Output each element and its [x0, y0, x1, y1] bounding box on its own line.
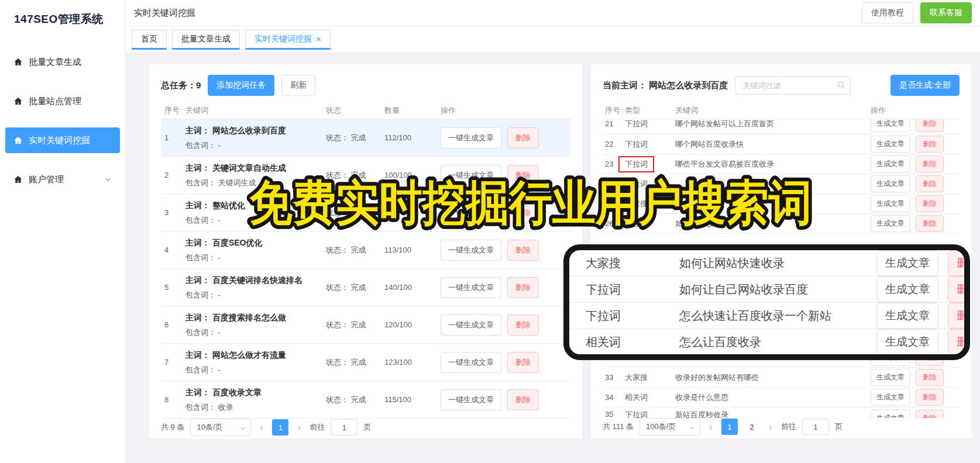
generate-filter-button[interactable]: 是否生成:全部: [890, 75, 960, 96]
chevron-down-icon: [689, 425, 695, 431]
keyword-type: 下拉词: [625, 156, 675, 172]
page-button-1[interactable]: 1: [272, 419, 288, 436]
row-quantity: 100/100: [384, 171, 441, 179]
next-page-button[interactable]: ›: [766, 421, 775, 433]
keyword-text: 如何让网站快速收录: [679, 255, 876, 271]
delete-button[interactable]: 删除: [916, 389, 944, 406]
row-index: 25: [603, 199, 625, 208]
generate-article-button[interactable]: 生成文章: [871, 369, 910, 386]
keyword-row: 25大家搜生成文章删除: [603, 194, 960, 214]
delete-button[interactable]: 删除: [916, 136, 944, 153]
generate-article-button[interactable]: 一键生成文章: [441, 165, 501, 186]
generate-article-button[interactable]: 生成文章: [871, 136, 910, 153]
tutorial-button[interactable]: 使用教程: [862, 2, 913, 23]
keyword-type: 相关词: [586, 334, 679, 350]
delete-button[interactable]: 删除: [507, 202, 539, 223]
refresh-button[interactable]: 刷新: [281, 75, 315, 96]
delete-button[interactable]: 删除: [507, 389, 539, 410]
next-page-button[interactable]: ›: [294, 421, 304, 434]
generate-article-button[interactable]: 一键生成文章: [441, 127, 501, 148]
row-status: 状态： 完成: [326, 320, 384, 330]
tab-batch-article[interactable]: 批量文章生成: [172, 30, 240, 50]
goto-page-input[interactable]: [802, 419, 829, 435]
delete-button[interactable]: 删除: [507, 277, 539, 298]
tab-realtime-keyword[interactable]: 实时关键词挖掘 ×: [245, 30, 331, 50]
generate-article-button[interactable]: 生成文章: [871, 389, 910, 406]
keyword-text: 哪些平台发文容易被百度收录: [675, 159, 871, 170]
delete-button[interactable]: 删除: [948, 250, 970, 276]
sidebar-item-batch-site[interactable]: 批量站点管理: [5, 88, 120, 114]
row-index: 33: [603, 373, 625, 382]
task-row[interactable]: 6主词： 百度搜索排名怎么做包含词： -状态： 完成120/100一键生成文章删…: [161, 306, 570, 344]
goto-page-input[interactable]: [331, 419, 357, 436]
delete-button[interactable]: 删除: [507, 127, 539, 148]
page-size-select[interactable]: 100条/页: [639, 418, 700, 436]
generate-article-button[interactable]: 生成文章: [871, 175, 910, 192]
delete-button[interactable]: 删除: [948, 329, 970, 355]
prev-page-button[interactable]: ‹: [257, 421, 266, 434]
generate-article-button[interactable]: 生成文章: [876, 303, 938, 329]
total-count: 共 9 条: [161, 422, 184, 433]
sidebar-item-account[interactable]: 账户管理: [5, 167, 120, 192]
delete-button[interactable]: 删除: [507, 240, 539, 261]
page-size-select[interactable]: 10条/页: [190, 419, 251, 436]
task-row[interactable]: 3主词： 整站优化包含词： -状态： 完成一键生成文章删除: [161, 194, 570, 231]
generate-article-button[interactable]: 生成文章: [876, 250, 938, 276]
page-button-2[interactable]: 2: [744, 419, 760, 435]
delete-button[interactable]: 删除: [916, 119, 944, 132]
tab-home[interactable]: 首页: [132, 30, 167, 50]
task-row[interactable]: 5主词： 百度关键词排名快速排名包含词： -状态： 完成140/100一键生成文…: [161, 269, 570, 306]
goto-label: 前往: [781, 421, 796, 432]
delete-button[interactable]: 删除: [916, 369, 944, 386]
page-button-1[interactable]: 1: [721, 419, 738, 435]
generate-article-button[interactable]: 生成文章: [871, 119, 910, 132]
task-row[interactable]: 7主词： 网站怎么做才有流量包含词： -状态： 完成123/100一键生成文章删…: [161, 344, 570, 381]
keyword-type: 相关词: [625, 392, 675, 403]
delete-button[interactable]: 删除: [916, 215, 944, 232]
sidebar-item-realtime-keyword[interactable]: 实时关键词挖掘: [5, 127, 120, 153]
delete-button[interactable]: 删除: [948, 277, 970, 302]
generate-article-button[interactable]: 一键生成文章: [441, 315, 501, 336]
tab-close-icon[interactable]: ×: [316, 34, 321, 43]
prev-page-button[interactable]: ‹: [706, 421, 716, 433]
task-row[interactable]: 2主词： 关键词文章自动生成包含词： 关键词生成状态： 完成100/100一键生…: [161, 157, 570, 194]
main-keyword: 主词： 关键词文章自动生成: [185, 162, 326, 174]
generate-article-button[interactable]: 生成文章: [876, 329, 938, 355]
keyword-filter: [735, 76, 851, 95]
generate-article-button[interactable]: 生成文章: [871, 410, 910, 418]
task-row[interactable]: 8主词： 百度收录文章包含词： 收录状态： 完成115/100一键生成文章删除: [161, 381, 570, 419]
generate-article-button[interactable]: 生成文章: [876, 277, 938, 302]
task-row[interactable]: 4主词： 百度SEO优化包含词： -状态： 完成113/100一键生成文章删除: [161, 231, 570, 269]
generate-article-button[interactable]: 一键生成文章: [441, 389, 501, 410]
contact-support-button[interactable]: 联系客服: [920, 2, 972, 23]
delete-button[interactable]: 删除: [916, 175, 944, 192]
generate-article-button[interactable]: 一键生成文章: [441, 202, 501, 223]
add-task-button[interactable]: 添加挖词任务: [208, 75, 274, 96]
delete-button[interactable]: 删除: [948, 303, 970, 329]
delete-button[interactable]: 删除: [916, 156, 944, 172]
task-row[interactable]: 1主词： 网站怎么收录到百度包含词： -状态： 完成112/100一键生成文章删…: [161, 119, 570, 157]
sidebar-item-batch-article[interactable]: 批量文章生成: [5, 49, 120, 75]
tab-label: 批量文章生成: [181, 34, 231, 44]
page-size-value: 100条/页: [646, 421, 676, 432]
generate-article-button[interactable]: 生成文章: [871, 215, 910, 232]
main-keyword: 主词： 百度SEO优化: [185, 237, 326, 248]
row-index: 3: [161, 208, 185, 217]
generate-article-button[interactable]: 生成文章: [871, 156, 910, 172]
delete-button[interactable]: 删除: [916, 410, 944, 418]
row-index: 34: [603, 393, 625, 402]
delete-button[interactable]: 删除: [507, 315, 539, 336]
row-index: 4: [161, 246, 185, 254]
keyword-filter-input[interactable]: [735, 76, 851, 95]
contain-words: 包含词： -: [185, 365, 326, 375]
delete-button[interactable]: 删除: [507, 165, 539, 186]
magnified-keyword-row: 相关词怎么让百度收录生成文章删除: [569, 329, 964, 355]
delete-button[interactable]: 删除: [916, 195, 944, 212]
delete-button[interactable]: 删除: [507, 352, 539, 373]
generate-article-button[interactable]: 生成文章: [871, 195, 910, 212]
magnified-keyword-row: 下拉词怎么快速让百度收录一个新站生成文章删除: [569, 303, 964, 329]
keyword-text: 新站百度秒收录: [675, 410, 871, 418]
generate-article-button[interactable]: 一键生成文章: [441, 352, 501, 373]
generate-article-button[interactable]: 一键生成文章: [441, 240, 501, 261]
generate-article-button[interactable]: 一键生成文章: [441, 277, 501, 298]
